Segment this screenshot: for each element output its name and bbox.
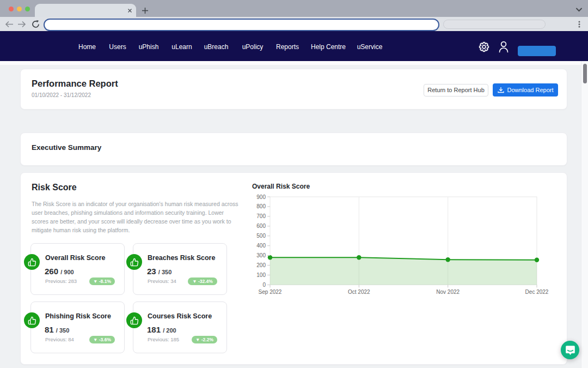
svg-text:500: 500: [256, 233, 266, 239]
svg-text:400: 400: [256, 243, 266, 249]
svg-text:800: 800: [256, 203, 266, 209]
svg-text:Oct 2022: Oct 2022: [348, 289, 370, 295]
svg-text:0: 0: [262, 282, 266, 288]
svg-text:900: 900: [256, 194, 266, 200]
svg-text:Nov 2022: Nov 2022: [436, 289, 460, 295]
svg-text:600: 600: [256, 223, 266, 229]
svg-text:Dec 2022: Dec 2022: [525, 289, 549, 295]
svg-text:Overall Risk Score: Overall Risk Score: [252, 183, 310, 190]
svg-text:Sep 2022: Sep 2022: [259, 289, 282, 295]
svg-text:700: 700: [256, 213, 266, 219]
svg-text:200: 200: [256, 262, 266, 268]
svg-text:100: 100: [256, 272, 266, 278]
svg-text:300: 300: [256, 252, 266, 258]
